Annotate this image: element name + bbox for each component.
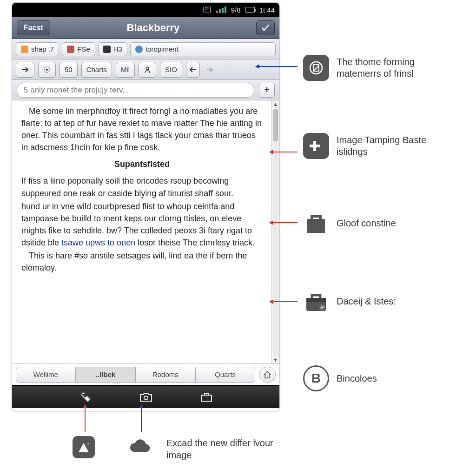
title-bar: Facst Blackberry xyxy=(12,17,279,39)
callout-4-text: Daceij & Istes: xyxy=(337,296,396,307)
connector-3 xyxy=(270,222,298,223)
sio-button[interactable]: SIO xyxy=(160,62,182,78)
dock-connector-1 xyxy=(85,404,86,432)
tab-quarts[interactable]: Quarts xyxy=(195,367,255,383)
charts-button[interactable]: Charts xyxy=(81,62,112,78)
callout-3: Gloof constine xyxy=(303,210,396,236)
signal-icon xyxy=(216,7,226,13)
article-body: Me some lin merphndfoy it firect forngl … xyxy=(12,100,271,364)
tab-fse[interactable]: FSe xyxy=(62,42,95,56)
cloud-icon xyxy=(128,436,151,458)
search-row: 5 anly monet the projujy terv... + xyxy=(12,80,279,100)
bottom-tab-bar: Wellime ..llbek Rodoms Quarts xyxy=(12,364,279,385)
person-button[interactable] xyxy=(139,62,156,78)
phone-frame: 📳 9/8 1t:44 Facst Blackberry shap .7 FSe… xyxy=(12,3,279,411)
clock: 1t:44 xyxy=(259,6,275,14)
svg-rect-5 xyxy=(307,219,325,233)
scroll-down-icon[interactable]: ▼ xyxy=(271,356,279,364)
forward-button[interactable] xyxy=(16,62,34,78)
status-bar: 📳 9/8 1t:44 xyxy=(12,3,279,17)
count-button[interactable]: 50 xyxy=(60,62,78,78)
add-button[interactable]: + xyxy=(259,83,275,98)
callout-2-text: Image Tamping Baste islidngs xyxy=(337,134,457,158)
callout-1-text: The thome forming matemerrs of frinsl xyxy=(337,56,457,79)
callout-4-icon xyxy=(303,288,329,314)
dock-briefcase-button[interactable] xyxy=(197,389,216,405)
scroll-track[interactable] xyxy=(273,108,278,356)
tab-llbek[interactable]: ..llbek xyxy=(76,367,136,383)
tab-toropiment[interactable]: toropiment xyxy=(130,42,276,56)
battery-icon xyxy=(245,7,255,13)
callout-5: B Bincoloes xyxy=(303,365,377,391)
bottom-caption: Excad the new differ lvour image xyxy=(166,437,273,461)
paragraph-2a: If fiss a liine poponally soill the oric… xyxy=(21,175,263,199)
tab-row: shap .7 FSe H3 toropiment xyxy=(12,39,279,60)
article-subhead: Supantsfisted xyxy=(21,158,263,170)
anno-upload: ? xyxy=(73,436,95,458)
paragraph-3: This is hare #so anstile setsages will, … xyxy=(21,250,263,274)
tab-shap[interactable]: shap .7 xyxy=(16,42,59,56)
anno-cloud xyxy=(128,436,151,458)
scroll-up-icon[interactable]: ▲ xyxy=(271,100,279,108)
vibrate-icon: 📳 xyxy=(203,6,212,14)
callout-4: Daceij & Istes: xyxy=(303,288,396,314)
scrollbar[interactable]: ▲ ▼ xyxy=(271,100,279,364)
page-title: Blackberry xyxy=(127,22,180,34)
back-button[interactable]: Facst xyxy=(17,20,50,35)
callout-5-text: Bincoloes xyxy=(337,373,377,384)
callout-2-icon xyxy=(303,133,329,159)
tab-h3[interactable]: H3 xyxy=(98,42,127,56)
callout-5-icon: B xyxy=(303,365,329,391)
battery-text: 9/8 xyxy=(231,6,241,14)
confirm-button[interactable] xyxy=(256,20,275,35)
back-nav-button[interactable] xyxy=(186,62,200,78)
tab-wellime[interactable]: Wellime xyxy=(16,367,76,383)
connector-1 xyxy=(256,66,298,67)
svg-rect-3 xyxy=(201,395,212,401)
article-link[interactable]: tsawe upws to onen xyxy=(61,238,135,247)
dock-camera-button[interactable] xyxy=(137,389,155,405)
system-dock xyxy=(12,385,279,408)
callout-3-icon xyxy=(303,210,329,236)
callout-1-icon xyxy=(303,55,329,81)
callout-1: The thome forming matemerrs of frinsl xyxy=(303,55,457,81)
svg-text:?: ? xyxy=(87,442,89,446)
svg-point-0 xyxy=(46,69,48,71)
dock-connector-2 xyxy=(141,404,142,432)
forward-nav-button[interactable] xyxy=(204,62,216,78)
paragraph-1: Me some lin merphndfoy it firect forngl … xyxy=(21,105,263,153)
search-input[interactable]: 5 anly monet the projujy terv... xyxy=(17,83,254,98)
paragraph-2b: hund ur in vne wild courbpresed flist to… xyxy=(21,200,263,249)
tool-row: 50 Charts Mil SIO xyxy=(12,60,279,80)
svg-rect-7 xyxy=(306,298,326,302)
connector-2 xyxy=(270,152,298,152)
settings-button[interactable] xyxy=(38,62,56,78)
svg-point-1 xyxy=(146,67,149,70)
callout-2: Image Tamping Baste islidngs xyxy=(303,133,457,159)
content-area: Me some lin merphndfoy it firect forngl … xyxy=(12,100,279,364)
callout-3-text: Gloof constine xyxy=(337,218,396,229)
scroll-thumb[interactable] xyxy=(273,109,278,141)
upload-icon: ? xyxy=(73,436,95,458)
dock-tool-button[interactable] xyxy=(76,389,95,405)
svg-point-2 xyxy=(144,396,148,400)
connector-4 xyxy=(270,301,298,302)
tab-rodoms[interactable]: Rodoms xyxy=(136,367,196,383)
mil-button[interactable]: Mil xyxy=(116,62,135,78)
home-button[interactable] xyxy=(259,367,276,383)
